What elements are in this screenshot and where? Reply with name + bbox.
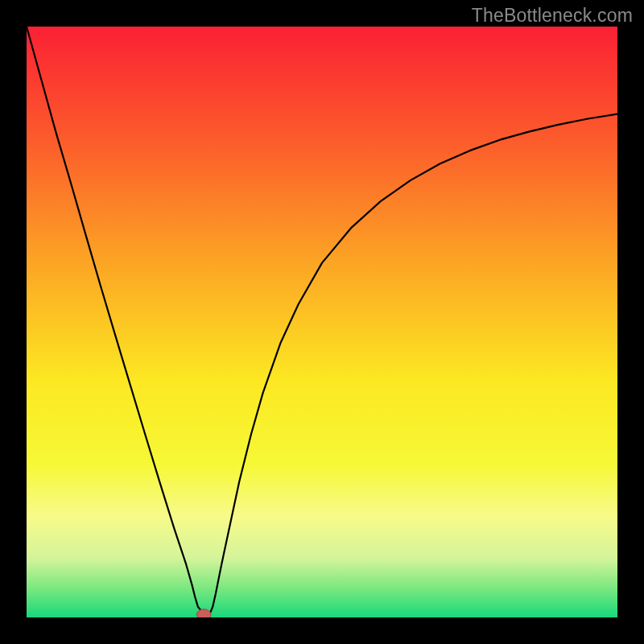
chart-plot [27,27,617,617]
optimal-point-marker [196,609,211,617]
chart-frame: TheBottleneck.com [0,0,644,644]
chart-background [27,27,617,617]
watermark-label: TheBottleneck.com [472,5,633,27]
